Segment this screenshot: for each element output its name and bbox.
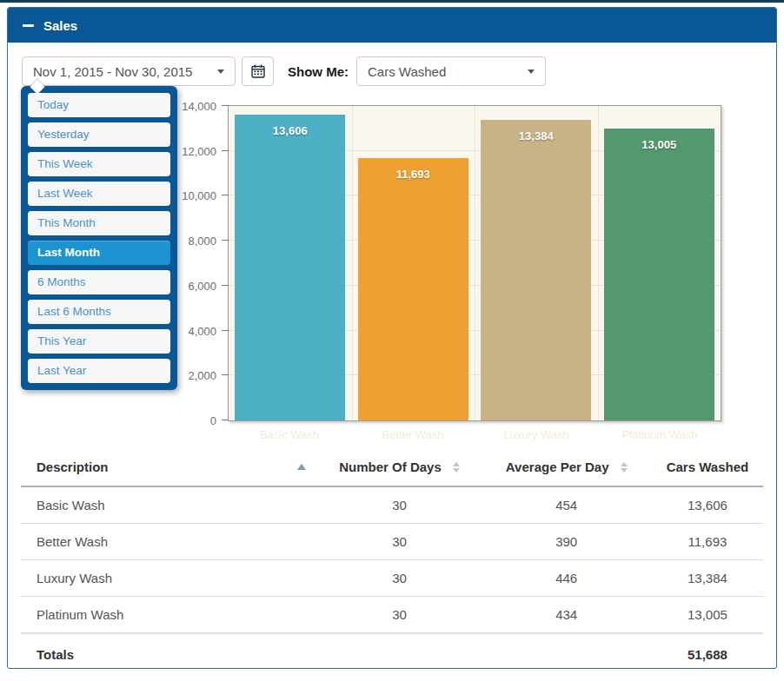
bar-value-label: 13,384 (481, 129, 591, 142)
date-range-field[interactable]: Nov 1, 2015 - Nov 30, 2015 (22, 56, 236, 86)
show-me-label: Show Me: (288, 64, 349, 79)
date-menu-item[interactable]: Yesterday (28, 122, 170, 147)
calendar-icon (251, 64, 265, 78)
y-axis-tick (222, 105, 229, 106)
sales-table: DescriptionNumber Of DaysAverage Per Day… (21, 449, 763, 676)
column-label: Cars Washed (667, 460, 748, 474)
category-separator (475, 106, 475, 420)
date-menu-item[interactable]: 6 Months (28, 270, 170, 294)
category-separator (598, 106, 599, 420)
table-cell: Better Wash (21, 524, 318, 560)
y-axis-label: 8,000 (188, 235, 216, 248)
table-cell: 13,005 (652, 597, 763, 634)
bar-value-label: 13,606 (235, 124, 345, 137)
column-header-description[interactable]: Description (21, 449, 318, 486)
y-axis-tick (222, 374, 229, 375)
date-range-value: Nov 1, 2015 - Nov 30, 2015 (33, 64, 192, 79)
y-axis-tick (222, 420, 229, 420)
table-cell: 13,606 (652, 486, 763, 524)
column-header-cars-washed[interactable]: Cars Washed (652, 449, 763, 486)
totals-row: Totals 51,688 (21, 633, 763, 676)
x-axis-label: Basic Wash (228, 428, 351, 441)
table-cell: 11,693 (652, 524, 763, 560)
table-cell: 30 (318, 524, 482, 560)
y-axis-tick (222, 240, 229, 241)
table-cell: 30 (318, 597, 482, 634)
column-label: Description (37, 460, 109, 474)
x-axis-label: Platinum Wash (598, 428, 721, 441)
table-row: Better Wash3039011,693 (21, 524, 763, 560)
x-axis-label: Luxury Wash (475, 428, 598, 441)
date-menu-item[interactable]: Last Week (28, 182, 170, 206)
category-separator (352, 106, 353, 420)
sort-icon (453, 462, 460, 473)
table-cell: Platinum Wash (21, 597, 318, 634)
metric-select[interactable]: Cars Washed (356, 56, 546, 86)
column-label: Number Of Days (339, 460, 442, 474)
y-axis-tick (222, 195, 229, 195)
date-menu-item[interactable]: Last 6 Months (28, 300, 170, 324)
chart-x-labels: Basic WashBetter WashLuxury WashPlatinum… (228, 428, 721, 441)
table-row: Platinum Wash3043413,005 (21, 597, 763, 634)
totals-cars-washed: 51,688 (652, 633, 763, 676)
panel-header: Sales (8, 8, 776, 43)
table-cell: 13,384 (652, 560, 763, 597)
chart-bar[interactable]: 11,693 (358, 158, 468, 420)
date-menu-item[interactable]: Last Year (28, 359, 170, 383)
sort-asc-icon (297, 464, 306, 470)
x-axis-label: Better Wash (351, 428, 475, 441)
metric-select-value: Cars Washed (368, 64, 446, 79)
table-cell: 30 (318, 560, 482, 597)
column-header-number-of-days[interactable]: Number Of Days (318, 449, 482, 486)
chart-bar[interactable]: 13,606 (235, 115, 345, 420)
table-row: Luxury Wash3044613,384 (21, 560, 763, 597)
table-cell: 390 (481, 524, 651, 560)
chart-bar[interactable]: 13,005 (604, 129, 714, 420)
y-axis-label: 0 (210, 414, 216, 427)
y-axis-label: 4,000 (188, 324, 216, 337)
panel-title: Sales (43, 18, 77, 33)
chart-bar[interactable]: 13,384 (481, 120, 591, 420)
table-body: Basic Wash3045413,606Better Wash3039011,… (21, 486, 763, 633)
date-menu-item[interactable]: This Year (28, 329, 170, 354)
y-axis-tick (222, 285, 229, 286)
y-axis-label: 6,000 (188, 279, 216, 292)
table-cell: 446 (481, 560, 651, 597)
date-range-menu: TodayYesterdayThis WeekLast WeekThis Mon… (21, 86, 177, 390)
date-menu-item[interactable]: Today (28, 93, 170, 117)
table-row: Basic Wash3045413,606 (21, 486, 763, 524)
y-axis-tick (222, 150, 229, 151)
table-cell: 454 (481, 486, 651, 524)
bar-value-label: 13,005 (604, 138, 714, 151)
table-cell: Basic Wash (21, 486, 318, 524)
date-menu-item[interactable]: This Month (28, 211, 170, 235)
y-axis-label: 12,000 (182, 144, 216, 157)
bar-value-label: 11,693 (358, 168, 468, 181)
y-axis-tick (222, 330, 229, 331)
sales-panel: Sales Nov 1, 2015 - Nov 30, 2015 Show Me… (7, 7, 777, 669)
table-header-row: DescriptionNumber Of DaysAverage Per Day… (21, 449, 763, 486)
y-axis-label: 2,000 (188, 369, 216, 382)
column-header-average-per-day[interactable]: Average Per Day (481, 449, 651, 486)
collapse-icon[interactable] (23, 24, 34, 27)
table-cell: 434 (481, 597, 651, 634)
totals-label: Totals (21, 633, 318, 676)
table-cell: Luxury Wash (21, 560, 318, 597)
calendar-button[interactable] (242, 56, 274, 86)
column-label: Average Per Day (506, 460, 609, 474)
date-menu-item[interactable]: This Week (28, 152, 170, 176)
chart-plot: 02,0004,0006,0008,00010,00012,00014,0001… (228, 105, 721, 421)
caret-down-icon (528, 69, 535, 74)
y-axis-label: 10,000 (182, 189, 216, 202)
caret-down-icon (217, 69, 224, 74)
toolbar: Nov 1, 2015 - Nov 30, 2015 Show Me: Cars… (8, 43, 776, 86)
table-cell: 30 (318, 486, 482, 524)
y-axis-label: 14,000 (182, 100, 216, 113)
date-menu-item[interactable]: Last Month (28, 241, 170, 265)
sort-icon (621, 462, 628, 473)
